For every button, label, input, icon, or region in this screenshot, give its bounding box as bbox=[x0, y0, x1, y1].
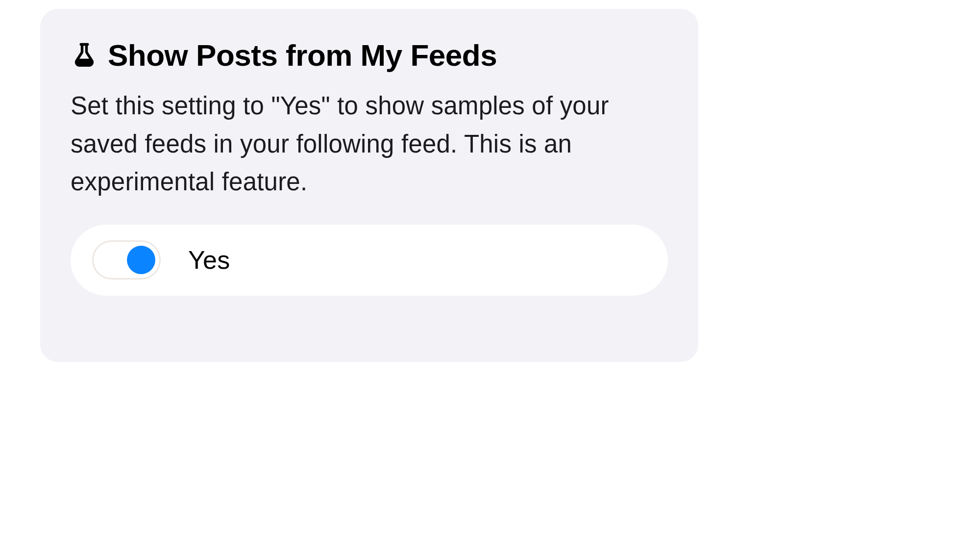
toggle-knob bbox=[127, 246, 155, 274]
option-label: Yes bbox=[188, 245, 230, 275]
toggle-switch[interactable] bbox=[92, 240, 161, 280]
setting-title: Show Posts from My Feeds bbox=[108, 39, 497, 71]
setting-title-row: Show Posts from My Feeds bbox=[71, 39, 668, 71]
setting-description: Set this setting to "Yes" to show sample… bbox=[71, 87, 668, 201]
flask-icon bbox=[71, 42, 98, 69]
setting-card: Show Posts from My Feeds Set this settin… bbox=[40, 9, 698, 362]
option-yes[interactable]: Yes bbox=[71, 225, 668, 296]
